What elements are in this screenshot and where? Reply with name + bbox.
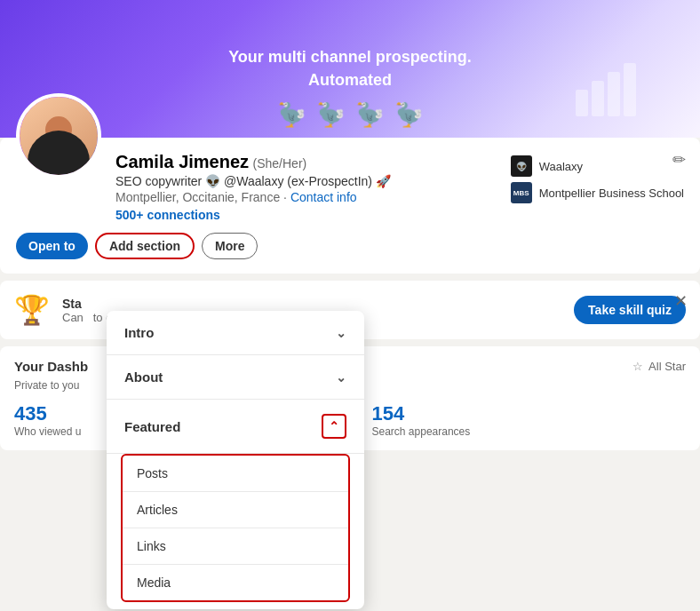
svg-rect-1 <box>592 81 604 116</box>
location-text: Montpellier, Occitanie, France <box>115 190 280 204</box>
profile-location: Montpellier, Occitanie, France · Contact… <box>115 190 391 204</box>
close-status-card-button[interactable]: ✕ <box>674 291 688 311</box>
subitem-links[interactable]: Links <box>123 528 348 565</box>
profile-pronouns: (She/Her) <box>253 156 307 171</box>
company-waalaxy[interactable]: 👽 Waalaxy <box>511 155 684 177</box>
take-skill-quiz-button[interactable]: Take skill quiz <box>574 296 686 324</box>
profile-right: 👽 Waalaxy MBS Montpellier Business Schoo… <box>511 155 684 203</box>
svg-rect-2 <box>608 72 620 116</box>
more-button[interactable]: More <box>202 233 258 259</box>
status-title-text: Sta <box>62 297 82 311</box>
banner-text: Your multi channel prospecting. Automate… <box>228 46 472 91</box>
intro-label: Intro <box>124 325 154 340</box>
subitem-posts[interactable]: Posts <box>123 456 348 492</box>
profile-top: Camila Jimenez (She/Her) SEO copywriter … <box>115 152 684 222</box>
profile-info: Camila Jimenez (She/Her) SEO copywriter … <box>0 138 700 222</box>
profile-name: Camila Jimenez <box>115 152 249 171</box>
featured-chevron-up[interactable]: ⌃ <box>322 414 346 439</box>
svg-rect-3 <box>624 63 636 116</box>
status-trophy-icon: 🏆 <box>14 293 50 327</box>
intro-chevron-down: ⌄ <box>336 326 346 340</box>
posts-label: Posts <box>137 466 168 480</box>
articles-label: Articles <box>137 503 178 517</box>
chart-decoration <box>576 63 647 120</box>
ostrich-green: 🦤 <box>277 101 306 129</box>
banner: Your multi channel prospecting. Automate… <box>0 0 700 138</box>
add-section-dropdown: Intro ⌄ About ⌄ Featured ⌃ Posts Article… <box>107 311 364 609</box>
connections-count[interactable]: 500+ connections <box>115 208 391 222</box>
profile-actions: Open to Add section More <box>0 222 700 259</box>
contact-info-link[interactable]: Contact info <box>290 190 357 204</box>
dropdown-intro[interactable]: Intro ⌄ <box>107 311 364 355</box>
featured-subitems: Posts Articles Links Media <box>121 454 350 602</box>
featured-label: Featured <box>124 419 180 434</box>
status-title: Sta <box>62 297 561 311</box>
company-mbs[interactable]: MBS Montpellier Business School <box>511 182 684 203</box>
profile-card: Camila Jimenez (She/Her) SEO copywriter … <box>0 138 700 274</box>
ostrich-orange: 🦤 <box>394 101 423 129</box>
about-chevron-down: ⌄ <box>336 370 346 385</box>
status-sub-text: Can <box>62 311 84 324</box>
profile-headline: SEO copywriter 👽 @Waalaxy (ex-ProspectIn… <box>115 174 391 188</box>
profile-left: Camila Jimenez (She/Her) SEO copywriter … <box>115 152 391 222</box>
subitem-articles[interactable]: Articles <box>123 492 348 528</box>
search-appearances-label: Search appearances <box>372 425 687 438</box>
mbs-name: Montpellier Business School <box>539 186 684 200</box>
search-appearances-number: 154 <box>372 402 687 425</box>
banner-line1: Your multi channel prospecting. <box>228 46 472 68</box>
ostrich-blue: 🦤 <box>316 101 345 129</box>
about-label: About <box>124 369 163 385</box>
waalaxy-logo: 👽 <box>511 155 532 177</box>
dashboard-title: Your Dashb <box>14 359 88 374</box>
all-star-badge: ☆ All Star <box>632 360 686 373</box>
star-icon: ☆ <box>632 360 643 373</box>
media-label: Media <box>137 575 171 590</box>
avatar <box>16 93 101 179</box>
subitem-media[interactable]: Media <box>123 565 348 600</box>
banner-decoration: 🦤 🦤 🦤 🦤 <box>277 101 423 129</box>
svg-rect-0 <box>576 90 588 116</box>
avatar-image <box>20 97 98 175</box>
add-section-button[interactable]: Add section <box>95 233 195 259</box>
open-to-button[interactable]: Open to <box>16 233 88 259</box>
dropdown-featured[interactable]: Featured ⌃ <box>107 400 364 454</box>
ostrich-purple: 🦤 <box>355 101 384 129</box>
edit-icon[interactable]: ✏ <box>672 150 686 170</box>
mbs-logo: MBS <box>511 182 532 203</box>
waalaxy-name: Waalaxy <box>539 160 583 173</box>
profile-name-line: Camila Jimenez (She/Her) <box>115 152 391 172</box>
dropdown-about[interactable]: About ⌄ <box>107 355 364 400</box>
all-star-label: All Star <box>648 360 686 373</box>
links-label: Links <box>137 539 166 553</box>
stat-search-appearances[interactable]: 154 Search appearances <box>372 402 687 438</box>
banner-line2: Automated <box>228 69 472 91</box>
